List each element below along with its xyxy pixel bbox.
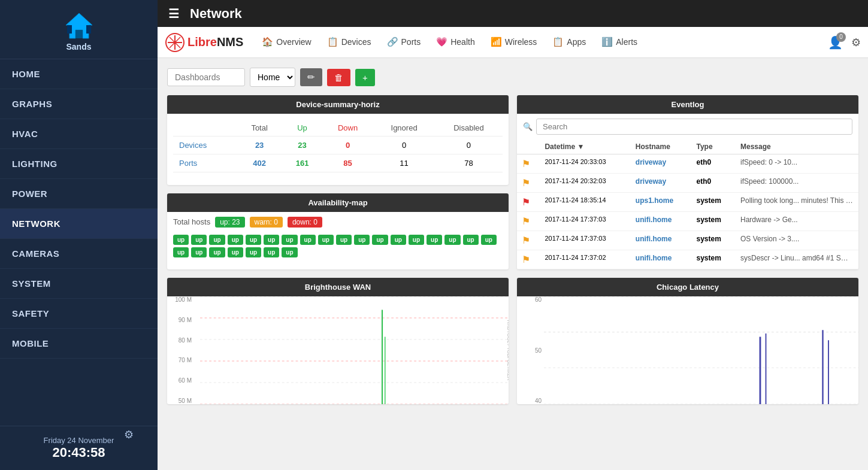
brand-logo: LibreNMS [165,32,243,53]
event-type: system [691,231,736,250]
col-total: Total [237,120,282,137]
search-icon: 🔍 [523,122,533,131]
availability-dot: up [354,235,370,245]
event-message: ifSpeed: 0 -> 10... [736,154,858,174]
event-flag: ⚑ [517,231,540,250]
settings-gear-icon[interactable]: ⚙ [124,428,134,441]
total-hosts-label: Total hosts [173,217,210,226]
event-hostname[interactable]: ups1.home [631,193,692,212]
event-hostname[interactable]: unifi.home [631,212,692,231]
sidebar-item-power[interactable]: POWER [0,179,158,209]
dashboard-select[interactable]: Home [250,68,295,87]
librenms-logo-icon [165,32,185,53]
availability-dot: up [444,235,460,245]
row-disabled: 0 [435,137,503,154]
availability-dot: up [391,235,406,245]
event-table: Datetime ▼ Hostname Type Message ⚑ 2017-… [517,140,858,269]
badge-down: down: 0 [288,217,322,228]
event-row: ⚑ 2017-11-24 17:37:03 unifi.home system … [517,231,858,250]
sidebar-logo: Sands [0,0,158,59]
wan-yaxis-label: 100 M [167,296,192,303]
delete-dashboard-button[interactable]: 🗑 [327,69,350,86]
gear-settings-icon[interactable]: ⚙ [851,36,861,49]
sidebar-item-home[interactable]: HOME [0,59,158,89]
sidebar-item-system[interactable]: SYSTEM [0,269,158,299]
event-row: ⚑ 2017-11-24 17:37:03 unifi.home system … [517,212,858,231]
sidebar-item-mobile[interactable]: MOBILE [0,329,158,359]
wan-yaxis: 100 M90 M80 M70 M60 M50 M [167,296,194,404]
notification-badge: 0 [836,32,846,42]
nav-label-apps: Apps [567,37,586,47]
event-message: sysDescr -> Linu... amd64 #1 SMP D... [736,250,858,269]
flag-icon: ⚑ [522,216,530,226]
latency-chart-header: Chicago Latency [517,278,858,296]
event-col-type: Type [691,140,736,154]
latency-yaxis: 605040 [517,296,544,404]
event-hostname[interactable]: unifi.home [631,250,692,269]
event-hostname[interactable]: unifi.home [631,231,692,250]
event-datetime: 2017-11-24 17:37:02 [540,250,630,269]
row-label[interactable]: Devices [173,137,237,154]
col-ignored: Ignored [373,120,435,137]
sidebar-item-hvac[interactable]: HVAC [0,119,158,149]
sidebar-item-lighting[interactable]: LIGHTING [0,149,158,179]
event-hostname[interactable]: driveway [631,174,692,193]
sidebar-item-safety[interactable]: SAFETY [0,299,158,329]
nav-item-apps[interactable]: 📋Apps [545,27,594,58]
event-type: system [691,212,736,231]
site-name: Sands [66,42,91,51]
availability-dot: up [209,247,225,257]
svg-rect-2 [67,25,72,34]
availability-dot: up [463,235,479,245]
nav-item-ports[interactable]: 🔗Ports [379,27,429,58]
availability-map-header: Availability-map [167,193,509,212]
flag-icon: ⚑ [522,178,530,188]
row-up: 23 [282,137,322,154]
nav-item-alerts[interactable]: ℹ️Alerts [594,27,645,58]
latency-chart-svg [544,296,858,404]
availability-dot: up [372,235,388,245]
eventlog-search-input[interactable] [536,119,852,135]
wan-chart-svg [200,296,509,404]
nav-item-health[interactable]: 💗Health [428,27,482,58]
row-up: 161 [282,154,322,172]
event-col-message: Message [736,140,858,154]
availability-dot: up [191,235,207,245]
event-flag: ⚑ [517,154,540,174]
house-icon [63,11,95,40]
sidebar-item-cameras[interactable]: CAMERAS [0,239,158,269]
event-col-datetime: Datetime ▼ [540,140,630,154]
event-row: ⚑ 2017-11-24 20:33:03 driveway eth0 ifSp… [517,154,858,174]
nav-item-overview[interactable]: 🏠Overview [254,27,319,58]
availability-dot: up [282,235,297,245]
availability-dot: up [173,235,189,245]
hamburger-icon[interactable]: ☰ [168,7,179,21]
wan-rotated-label: RRDTOOL / TOBI OETIKER [506,320,509,380]
nav-icon-wireless: 📶 [491,37,502,47]
availability-dot: up [264,235,279,245]
event-hostname[interactable]: driveway [631,154,692,174]
user-badge-container[interactable]: 👤 0 [828,35,843,50]
sidebar-item-network[interactable]: NETWORK [0,209,158,239]
edit-dashboard-button[interactable]: ✏ [300,68,322,86]
nav-item-wireless[interactable]: 📶Wireless [483,27,545,58]
dashboards-input[interactable] [167,68,245,86]
nav-item-devices[interactable]: 📋Devices [319,27,379,58]
add-dashboard-button[interactable]: + [355,69,375,86]
availability-dot: up [246,247,261,257]
row-down: 0 [322,137,373,154]
availability-dot: up [300,235,316,245]
event-type: system [691,250,736,269]
nav-label-devices: Devices [341,37,371,47]
summary-row: Devices 23 23 0 0 0 [173,137,503,154]
latency-yaxis-label: 60 [517,296,542,303]
event-tbody: ⚑ 2017-11-24 20:33:03 driveway eth0 ifSp… [517,154,858,269]
availability-dot: up [282,247,297,257]
sidebar-item-graphs[interactable]: GRAPHS [0,89,158,119]
summary-tbody: Devices 23 23 0 0 0 Ports 402 161 85 11 … [173,137,503,172]
wan-yaxis-label: 50 M [167,398,192,404]
event-flag: ⚑ [517,193,540,212]
row-label[interactable]: Ports [173,154,237,172]
event-col-flag [517,140,540,154]
navbar: LibreNMS 🏠Overview📋Devices🔗Ports💗Health📶… [158,27,868,58]
